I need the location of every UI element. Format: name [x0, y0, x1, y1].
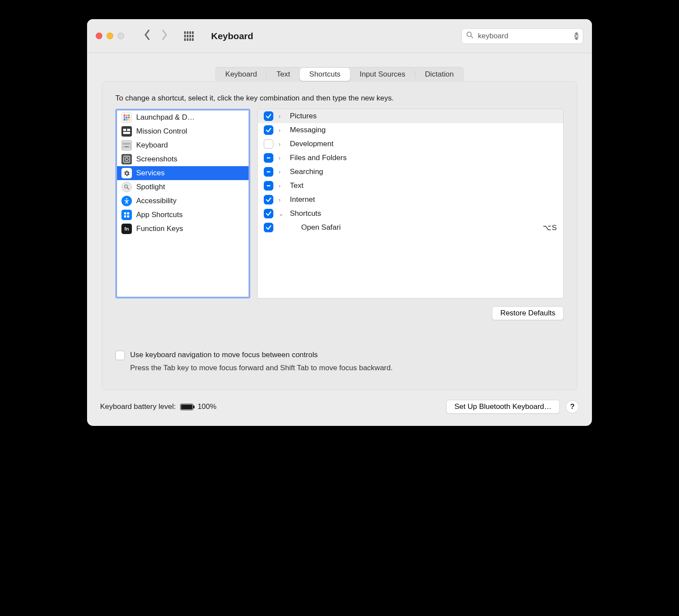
svg-line-15 — [127, 187, 129, 189]
category-spotlight[interactable]: Spotlight — [117, 180, 249, 194]
chevron-down-icon[interactable]: ⌄ — [279, 210, 285, 217]
checkbox[interactable] — [264, 111, 273, 121]
tab-input-sources[interactable]: Input Sources — [350, 68, 415, 81]
svg-rect-2 — [123, 129, 126, 131]
chevron-right-icon[interactable]: › — [279, 154, 285, 161]
shortcut-keys[interactable]: ⌥S — [543, 223, 557, 232]
checkbox[interactable] — [264, 167, 273, 177]
keyboard-nav-label: Use keyboard navigation to move focus be… — [130, 351, 393, 359]
chevron-right-icon[interactable]: › — [279, 141, 285, 147]
battery-icon — [180, 404, 193, 410]
category-accessibility[interactable]: Accessibility — [117, 194, 249, 208]
show-all-icon[interactable] — [184, 31, 194, 41]
preferences-window: Keyboard KeyboardTextShortcutsInput Sour… — [87, 19, 592, 426]
chevron-right-icon[interactable]: › — [279, 113, 285, 120]
shortcut-label: Text — [290, 181, 557, 190]
svg-rect-17 — [124, 212, 126, 214]
shortcut-group[interactable]: ⌄Shortcuts — [258, 207, 563, 221]
category-label: Keyboard — [136, 141, 168, 150]
tab-shortcuts[interactable]: Shortcuts — [300, 68, 350, 81]
close-window-button[interactable] — [96, 33, 102, 39]
services-icon — [121, 168, 132, 178]
search-input[interactable] — [478, 32, 570, 40]
shortcut-group[interactable]: ›Searching — [258, 165, 563, 179]
checkbox[interactable] — [264, 195, 273, 204]
mission-icon — [121, 126, 132, 137]
svg-rect-6 — [124, 144, 124, 144]
shortcut-label: Files and Folders — [290, 154, 557, 162]
category-apps[interactable]: App Shortcuts — [117, 208, 249, 222]
search-icon — [466, 31, 474, 41]
chevron-right-icon[interactable]: › — [279, 127, 285, 134]
search-field[interactable] — [461, 28, 583, 44]
shortcut-group[interactable]: ›Development — [258, 137, 563, 151]
svg-point-0 — [467, 32, 471, 36]
shortcut-label: Pictures — [290, 112, 557, 121]
window-title: Keyboard — [211, 31, 253, 41]
back-button[interactable] — [143, 29, 151, 43]
setup-bluetooth-button[interactable]: Set Up Bluetooth Keyboard… — [446, 400, 560, 414]
svg-rect-11 — [124, 146, 129, 147]
shortcut-group[interactable]: ›Messaging — [258, 123, 563, 137]
shortcut-label: Internet — [290, 195, 557, 204]
svg-point-16 — [126, 198, 128, 200]
shortcuts-pane: To change a shortcut, select it, click t… — [102, 81, 577, 390]
chevron-right-icon[interactable]: › — [279, 196, 285, 203]
checkbox[interactable] — [264, 153, 273, 163]
category-services[interactable]: Services — [117, 166, 249, 180]
shortcut-label: Development — [290, 140, 557, 148]
minimize-window-button[interactable] — [107, 33, 113, 39]
battery-label: Keyboard battery level: — [100, 402, 176, 411]
category-label: Function Keys — [136, 224, 183, 233]
checkbox[interactable] — [264, 125, 273, 135]
svg-rect-10 — [129, 144, 130, 144]
svg-rect-3 — [127, 129, 130, 131]
shortcut-group[interactable]: ›Files and Folders — [258, 151, 563, 165]
category-mission[interactable]: Mission Control — [117, 124, 249, 138]
nav-buttons — [143, 29, 168, 43]
instruction-text: To change a shortcut, select it, click t… — [115, 94, 564, 103]
clear-search-button[interactable] — [575, 32, 578, 40]
shortcut-list[interactable]: ›Pictures›Messaging›Development›Files an… — [257, 109, 564, 298]
forward-button[interactable] — [161, 29, 168, 43]
titlebar: Keyboard — [87, 19, 592, 53]
svg-rect-19 — [124, 215, 126, 218]
shortcut-group[interactable]: ›Pictures — [258, 109, 563, 123]
category-list[interactable]: Launchpad & D…Mission ControlKeyboardScr… — [115, 109, 250, 298]
checkbox[interactable] — [264, 181, 273, 191]
tab-keyboard[interactable]: Keyboard — [216, 68, 267, 81]
help-button[interactable]: ? — [566, 400, 579, 413]
shortcut-group[interactable]: ›Internet — [258, 193, 563, 207]
spotlight-icon — [121, 182, 132, 192]
battery-percent: 100% — [198, 402, 216, 411]
checkbox[interactable] — [264, 223, 273, 232]
keyboard-nav-checkbox[interactable] — [115, 351, 125, 360]
category-label: Screenshots — [136, 155, 178, 164]
category-label: App Shortcuts — [136, 211, 183, 219]
footer: Keyboard battery level: 100% Set Up Blue… — [87, 390, 592, 426]
category-label: Spotlight — [136, 183, 165, 191]
zoom-window-button[interactable] — [118, 33, 124, 39]
svg-rect-18 — [127, 212, 129, 214]
tab-text[interactable]: Text — [267, 68, 299, 81]
category-label: Services — [136, 169, 165, 177]
svg-rect-8 — [126, 144, 127, 144]
screenshots-icon — [121, 154, 132, 164]
checkbox[interactable] — [264, 209, 273, 218]
category-launchpad[interactable]: Launchpad & D… — [117, 110, 249, 124]
shortcut-item[interactable]: Open Safari⌥S — [258, 221, 563, 234]
shortcut-group[interactable]: ›Text — [258, 179, 563, 193]
apps-icon — [121, 210, 132, 220]
category-fn[interactable]: fnFunction Keys — [117, 222, 249, 236]
category-label: Mission Control — [136, 127, 187, 136]
chevron-right-icon[interactable]: › — [279, 182, 285, 189]
chevron-right-icon[interactable]: › — [279, 168, 285, 175]
category-screenshots[interactable]: Screenshots — [117, 152, 249, 166]
category-label: Accessibility — [136, 197, 177, 205]
category-keyboard[interactable]: Keyboard — [117, 138, 249, 152]
tab-dictation[interactable]: Dictation — [415, 68, 463, 81]
fn-icon: fn — [121, 224, 132, 234]
checkbox[interactable] — [264, 139, 273, 149]
tab-bar: KeyboardTextShortcutsInput SourcesDictat… — [100, 67, 579, 82]
restore-defaults-button[interactable]: Restore Defaults — [492, 306, 564, 320]
